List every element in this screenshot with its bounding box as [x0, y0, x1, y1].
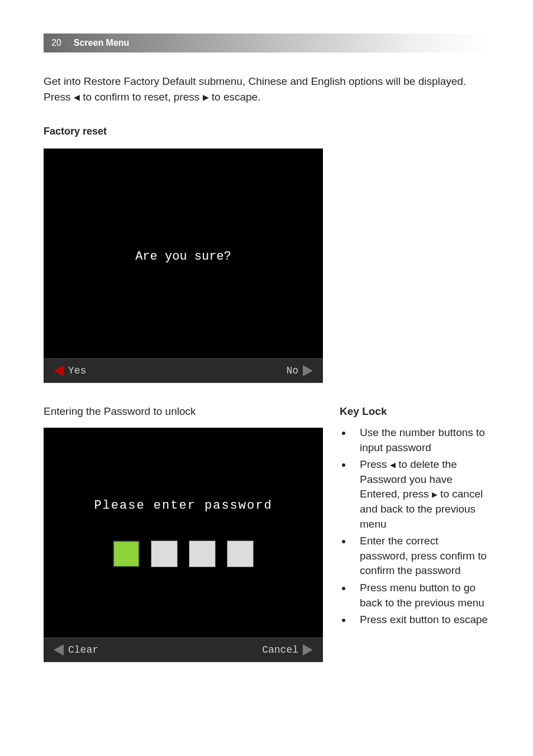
intro-text-a: Get into Restore Factory Default submenu…: [44, 75, 418, 87]
password-heading: Entering the Password to unlock: [44, 405, 323, 418]
no-option[interactable]: No: [286, 365, 313, 376]
password-digit-4[interactable]: [227, 540, 254, 567]
right-arrow-icon: [303, 365, 313, 376]
intro-text-c: to confirm to reset, press: [80, 91, 203, 103]
dialog-body: Are you sure?: [44, 149, 323, 358]
password-prompt: Please enter password: [94, 499, 272, 513]
cancel-option[interactable]: Cancel: [262, 644, 313, 655]
confirm-dialog-screenshot: Are you sure? Yes No: [44, 149, 323, 383]
keylock-list: Use the number buttons to input password…: [340, 425, 489, 628]
left-arrow-icon: ◀: [390, 461, 396, 469]
password-body: Please enter password: [44, 428, 323, 638]
two-column-row: Entering the Password to unlock Please e…: [44, 405, 489, 662]
right-arrow-icon: ▶: [432, 490, 437, 499]
right-arrow-icon: [303, 644, 313, 655]
cancel-label: Cancel: [262, 644, 298, 655]
page-number: 20: [51, 38, 61, 48]
keylock-heading: Key Lock: [340, 405, 489, 418]
list-item: Use the number buttons to input password: [352, 425, 489, 455]
list-item: Enter the correct password, press confir…: [352, 534, 489, 578]
list-item: Press exit button to escape: [352, 613, 489, 628]
no-label: No: [286, 365, 298, 376]
factory-reset-heading: Factory reset: [44, 126, 489, 137]
dialog-footer: Yes No: [44, 358, 323, 383]
header-title: Screen Menu: [74, 38, 130, 48]
clear-option[interactable]: Clear: [54, 644, 98, 655]
right-column: Key Lock Use the number buttons to input…: [340, 405, 489, 662]
list-item: Press ◀ to delete the Password you have …: [352, 457, 489, 532]
password-boxes: [113, 540, 254, 567]
intro-text-d: to escape.: [209, 91, 261, 103]
intro-paragraph: Get into Restore Factory Default submenu…: [44, 74, 489, 104]
yes-option[interactable]: Yes: [54, 365, 86, 376]
confirm-prompt: Are you sure?: [135, 250, 231, 264]
yes-label: Yes: [68, 365, 86, 376]
password-digit-2[interactable]: [151, 540, 178, 567]
left-arrow-icon: ◀: [74, 92, 80, 103]
left-arrow-icon: [54, 365, 64, 376]
password-dialog-screenshot: Please enter password Clear Cancel: [44, 428, 323, 662]
list-item: Press menu button to go back to the prev…: [352, 581, 489, 610]
left-arrow-icon: [54, 644, 64, 655]
clear-label: Clear: [68, 644, 98, 655]
page-header: 20 Screen Menu: [44, 34, 489, 52]
password-digit-3[interactable]: [189, 540, 216, 567]
password-digit-1[interactable]: [113, 540, 140, 567]
password-footer: Clear Cancel: [44, 638, 323, 662]
right-arrow-icon: ▶: [203, 92, 209, 103]
left-column: Entering the Password to unlock Please e…: [44, 405, 323, 662]
document-page: 20 Screen Menu Get into Restore Factory …: [0, 0, 533, 696]
